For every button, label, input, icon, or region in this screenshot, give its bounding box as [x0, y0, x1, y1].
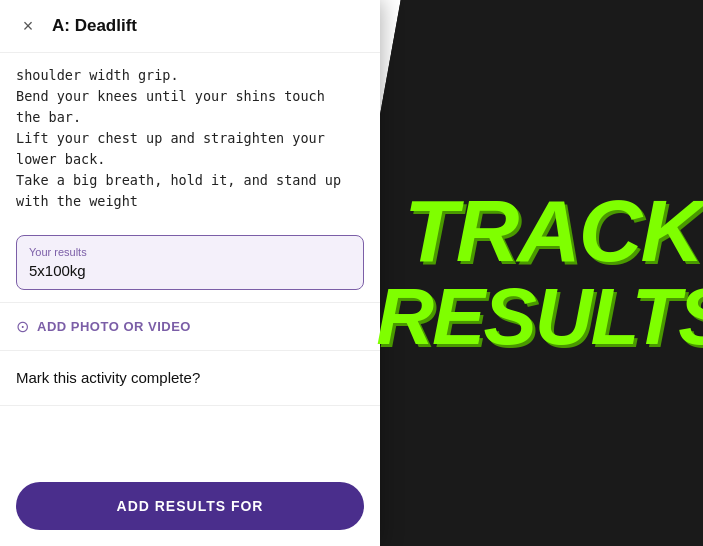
instructions-section: shoulder width grip. Bend your knees unt… [0, 53, 380, 223]
mark-complete-section: Mark this activity complete? [0, 351, 380, 406]
mark-complete-text: Mark this activity complete? [16, 369, 200, 386]
camera-icon: ⊙ [16, 317, 29, 336]
track-results-panel: TRACK RESULTS [343, 0, 703, 546]
close-button[interactable]: × [16, 14, 40, 38]
header-title: A: Deadlift [52, 16, 137, 36]
add-results-button[interactable]: ADD RESULTS FOR [16, 482, 364, 530]
phone-screen: × A: Deadlift shoulder width grip. Bend … [0, 0, 380, 546]
header: × A: Deadlift [0, 0, 380, 53]
results-value: 5x100kg [29, 262, 351, 279]
results-label-large: RESULTS [376, 279, 703, 355]
add-media-button[interactable]: ⊙ ADD PHOTO OR VIDEO [0, 302, 380, 351]
add-media-label: ADD PHOTO OR VIDEO [37, 319, 191, 334]
results-input-section[interactable]: Your results 5x100kg [16, 235, 364, 290]
instructions-text: shoulder width grip. Bend your knees unt… [16, 65, 364, 211]
track-label: TRACK [404, 191, 702, 270]
results-label: Your results [29, 246, 351, 258]
